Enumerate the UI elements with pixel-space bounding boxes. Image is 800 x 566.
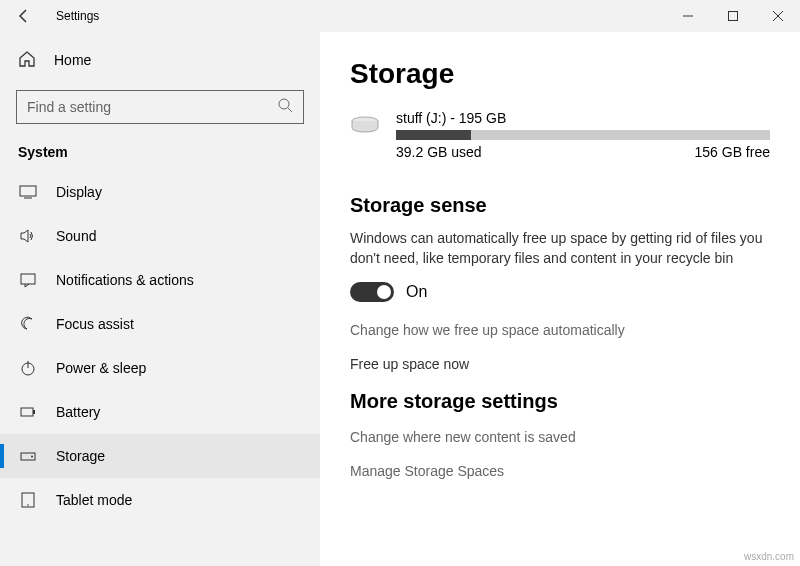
storage-sense-toggle-label: On: [406, 283, 427, 301]
storage-icon: [18, 447, 38, 465]
search-input[interactable]: [16, 90, 304, 124]
link-storage-spaces[interactable]: Manage Storage Spaces: [350, 463, 770, 479]
sidebar-item-notifications[interactable]: Notifications & actions: [0, 258, 320, 302]
storage-sense-desc: Windows can automatically free up space …: [350, 229, 770, 268]
search-icon: [277, 97, 293, 117]
sidebar-item-power-sleep[interactable]: Power & sleep: [0, 346, 320, 390]
focus-assist-icon: [18, 315, 38, 333]
link-change-auto[interactable]: Change how we free up space automaticall…: [350, 322, 770, 338]
window-title: Settings: [56, 9, 665, 23]
svg-point-12: [31, 456, 33, 458]
disk-free: 156 GB free: [695, 144, 771, 160]
sidebar-nav: Display Sound Notifications & actions Fo…: [0, 170, 320, 566]
svg-line-3: [288, 108, 292, 112]
svg-rect-1: [728, 12, 737, 21]
search-field[interactable]: [27, 99, 277, 115]
svg-rect-4: [20, 186, 36, 196]
sidebar-item-label: Tablet mode: [56, 492, 132, 508]
sidebar-item-sound[interactable]: Sound: [0, 214, 320, 258]
power-icon: [18, 359, 38, 377]
link-free-up-now[interactable]: Free up space now: [350, 356, 770, 372]
watermark: wsxdn.com: [744, 551, 794, 562]
sound-icon: [18, 227, 38, 245]
svg-point-2: [279, 99, 289, 109]
sidebar: Home System Display Sound: [0, 32, 320, 566]
sidebar-item-focus-assist[interactable]: Focus assist: [0, 302, 320, 346]
sidebar-item-storage[interactable]: Storage: [0, 434, 320, 478]
notifications-icon: [18, 271, 38, 289]
disk-used: 39.2 GB used: [396, 144, 482, 160]
sidebar-home[interactable]: Home: [0, 40, 320, 80]
sidebar-item-display[interactable]: Display: [0, 170, 320, 214]
display-icon: [18, 183, 38, 201]
page-title: Storage: [350, 58, 770, 90]
sidebar-home-label: Home: [54, 52, 91, 68]
back-button[interactable]: [0, 8, 48, 24]
svg-rect-9: [21, 408, 33, 416]
battery-icon: [18, 403, 38, 421]
minimize-button[interactable]: [665, 0, 710, 32]
sidebar-item-label: Display: [56, 184, 102, 200]
disk-bar: [396, 130, 770, 140]
sidebar-item-label: Storage: [56, 448, 105, 464]
disk-icon: [350, 114, 380, 136]
sidebar-item-battery[interactable]: Battery: [0, 390, 320, 434]
svg-rect-6: [21, 274, 35, 284]
svg-point-14: [27, 504, 29, 506]
sidebar-item-label: Notifications & actions: [56, 272, 194, 288]
home-icon: [18, 50, 36, 71]
disk-row[interactable]: stuff (J:) - 195 GB 39.2 GB used 156 GB …: [350, 110, 770, 160]
sidebar-item-tablet-mode[interactable]: Tablet mode: [0, 478, 320, 522]
main-content: Storage stuff (J:) - 195 GB 39.2 GB used…: [320, 32, 800, 566]
sidebar-section-title: System: [0, 138, 320, 170]
sidebar-item-label: Focus assist: [56, 316, 134, 332]
disk-bar-fill: [396, 130, 471, 140]
titlebar: Settings: [0, 0, 800, 32]
svg-rect-10: [33, 410, 35, 414]
storage-sense-toggle[interactable]: [350, 282, 394, 302]
maximize-button[interactable]: [710, 0, 755, 32]
storage-sense-section: Storage sense Windows can automatically …: [350, 194, 770, 372]
sidebar-item-label: Power & sleep: [56, 360, 146, 376]
close-button[interactable]: [755, 0, 800, 32]
link-change-where[interactable]: Change where new content is saved: [350, 429, 770, 445]
sidebar-item-label: Sound: [56, 228, 96, 244]
disk-label: stuff (J:) - 195 GB: [396, 110, 770, 126]
more-storage-section: More storage settings Change where new c…: [350, 390, 770, 479]
sidebar-item-label: Battery: [56, 404, 100, 420]
storage-sense-heading: Storage sense: [350, 194, 770, 217]
more-storage-heading: More storage settings: [350, 390, 770, 413]
tablet-icon: [18, 491, 38, 509]
